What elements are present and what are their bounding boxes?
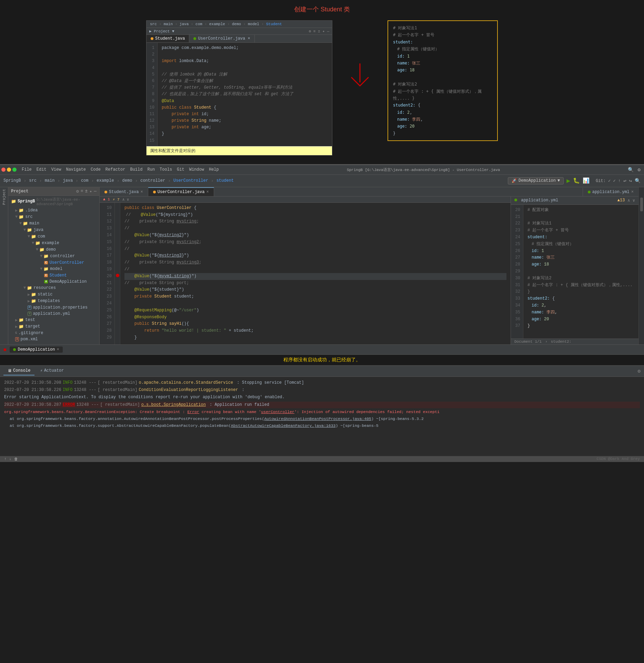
bottom-tab-actuator[interactable]: ⚡ Actuator xyxy=(36,367,68,375)
console-icon: 🖥 xyxy=(8,368,12,373)
tree-item-static[interactable]: ▶📁static xyxy=(8,291,99,298)
menu-tools[interactable]: Tools xyxy=(157,166,174,173)
bottom-tab-console[interactable]: 🖥 Console xyxy=(3,367,34,375)
yaml-code-pane: # 配置对象 # 对象写法1 # 起一个名字 + 冒号 student: # 指… xyxy=(523,205,638,339)
coverage-button[interactable]: 📊 xyxy=(583,177,590,184)
tree-item-model[interactable]: ▼📁model xyxy=(8,266,99,272)
log-line-6: at org.springframework.beans.factory.ann… xyxy=(4,416,640,422)
editor-tab-student[interactable]: Student.java × xyxy=(100,188,148,196)
menu-refactor[interactable]: Refactor xyxy=(103,166,128,173)
right-gutter xyxy=(638,187,644,344)
bottom-settings[interactable]: ⚙ xyxy=(638,368,641,374)
tree-item-target[interactable]: ▶📁target xyxy=(8,323,99,330)
tree-item-src[interactable]: ▼📁src xyxy=(8,214,99,220)
log-line-5: org.springframework.beans.factory.BeanCr… xyxy=(4,409,640,415)
menu-view[interactable]: View xyxy=(49,166,64,173)
code-pane-left: public class UserController { // @Value(… xyxy=(120,203,511,344)
tree-item-controller[interactable]: ▼📁controller xyxy=(8,253,99,260)
tree-item-gitignore[interactable]: G.gitignore xyxy=(8,330,99,336)
run-config-selector[interactable]: 🚀 DemoApplication ▼ xyxy=(508,177,564,184)
tree-item-student[interactable]: CStudent xyxy=(8,272,99,279)
editor-tab-usercontroller[interactable]: UserController.java × xyxy=(148,187,214,196)
ide-settings[interactable]: ⚙ xyxy=(636,167,643,173)
panel-icon-settings[interactable]: ⚙ xyxy=(76,189,79,194)
notice-bar: 程序都没有启动成功，就已经崩了。 xyxy=(0,355,644,365)
tree-item-demoapplication[interactable]: ADemoApplication xyxy=(8,279,99,285)
menu-run[interactable]: Run xyxy=(145,166,157,173)
yaml-editor-content: 202122232425262728293031323334353637 # 配… xyxy=(511,205,638,339)
panel-toolbar: ⚙ ≡ ± ✦ — xyxy=(76,189,97,194)
top-title: 创建一个 Student 类 xyxy=(0,5,644,13)
run-button[interactable]: ▶ xyxy=(566,177,570,184)
gutter-left xyxy=(115,203,120,344)
top-ide-panel: src › main › java › com › example › demo… xyxy=(146,20,332,155)
top-breadcrumb: src › main › java › com › example › demo… xyxy=(147,21,332,28)
top-tab-student[interactable]: Student.java xyxy=(147,35,189,42)
menu-bar: File Edit View Navigate Code Refactor Bu… xyxy=(0,165,644,175)
search-global[interactable]: 🔍 xyxy=(635,178,641,184)
menu-help[interactable]: Help xyxy=(207,166,221,173)
status-clear[interactable]: 🗑 xyxy=(14,457,18,461)
yaml-tab-label[interactable]: application.yml xyxy=(521,198,558,203)
tree-root[interactable]: 📁 SpringB G:\Java语言\java-ee-advanced\Spr… xyxy=(8,196,99,207)
menu-edit[interactable]: Edit xyxy=(34,166,49,173)
arrow-section xyxy=(343,20,377,96)
tree-item-appprops[interactable]: Papplication.properties xyxy=(8,304,99,311)
status-scroll-up[interactable]: ↑ xyxy=(4,457,7,461)
run-config-name: DemoApplication xyxy=(519,178,556,183)
tree-item-templates[interactable]: ▶📁templates xyxy=(8,298,99,304)
yaml-panel-collapse[interactable]: ∧ ∨ xyxy=(627,198,635,203)
breadcrumb-usercontroller: UserController xyxy=(173,178,208,183)
tree-item-main[interactable]: ▼📁main xyxy=(8,220,99,227)
yaml-top-panel: # 对象写法1 # 起一个名字 + 冒号 student: # 指定属性（键值对… xyxy=(388,20,498,141)
breadcrumb-example: example xyxy=(97,178,114,183)
ide-search[interactable]: 🔍 xyxy=(626,167,636,173)
tree-item-demo[interactable]: ▼📁demo xyxy=(8,247,99,253)
tree-item-java[interactable]: ▼📁java xyxy=(8,227,99,233)
bottom-panel: 🖥 Console ⚡ Actuator ⚙ 2022-07-20 21:30:… xyxy=(0,365,644,462)
tree-item-idea[interactable]: ▶📁.idea xyxy=(8,207,99,214)
tree-item-appyml[interactable]: Yapplication.yml xyxy=(8,311,99,317)
tree-item-pomxml[interactable]: Xpom.xml xyxy=(8,336,99,342)
panel-icon-sort[interactable]: ± xyxy=(85,189,88,194)
menu-build[interactable]: Build xyxy=(128,166,145,173)
redo-button[interactable]: ↪ xyxy=(629,178,632,184)
editor-split: ▲ 1 ⚡ 7 ∧ ∨ 1011121314151617181920212223… xyxy=(100,197,638,344)
left-tab-project[interactable]: Project xyxy=(2,189,6,205)
line-numbers-left: 1011121314151617181920212223242526272829 xyxy=(100,203,115,344)
breadcrumb-main: main xyxy=(45,178,55,183)
ide-body: Project Project ⚙ ≡ ± ✦ — 📁 SpringB G:\J… xyxy=(0,187,644,344)
menu-navigate[interactable]: Navigate xyxy=(63,166,88,173)
title-text: SpringB [G:\Java语言\java-ee-advanced\Spri… xyxy=(221,167,626,172)
tree-item-com[interactable]: ▼📁com xyxy=(8,233,99,240)
top-tab-usercontroller[interactable]: UserController.java × xyxy=(189,35,254,42)
tree-item-usercontroller[interactable]: CUserController xyxy=(8,260,99,266)
menu-code[interactable]: Code xyxy=(88,166,103,173)
breadcrumb-controller: controller xyxy=(140,178,165,183)
panel-icon-list[interactable]: ≡ xyxy=(81,189,83,194)
breadcrumb-student: student xyxy=(217,178,234,183)
breadcrumb-src: src xyxy=(29,178,37,183)
top-toolbar: ▶ Project ▼ ⚙ ≡ ± ✦ — xyxy=(147,28,332,35)
actuator-icon: ⚡ xyxy=(40,368,42,373)
run-stop-icon[interactable]: ◼ xyxy=(3,346,6,352)
tree-item-example[interactable]: ▼📁example xyxy=(8,240,99,247)
left-gutter: Project xyxy=(0,187,8,344)
panel-icon-collapse[interactable]: — xyxy=(94,189,97,194)
status-scroll-down[interactable]: ↓ xyxy=(9,457,12,461)
top-code-area: 123456789101112131415 package com.exampl… xyxy=(147,43,332,146)
breadcrumb-demo: demo xyxy=(122,178,132,183)
log-line-7: at org.springframework.beans.factory.sup… xyxy=(4,423,640,429)
editor-tab-appyml[interactable]: application.yml × xyxy=(583,188,638,196)
undo-button[interactable]: ↩ xyxy=(623,178,626,184)
debug-button[interactable]: 🐛 xyxy=(573,177,580,184)
menu-file[interactable]: File xyxy=(19,166,34,173)
tree-item-test[interactable]: ▶📁test xyxy=(8,317,99,323)
menu-git[interactable]: Git xyxy=(174,166,187,173)
menu-window[interactable]: Window xyxy=(187,166,207,173)
run-tab-label[interactable]: DemoApplication × xyxy=(10,346,62,353)
main-ide: File Edit View Navigate Code Refactor Bu… xyxy=(0,165,644,462)
notice-text: 程序都没有启动成功，就已经崩了。 xyxy=(283,357,361,362)
panel-icon-gear[interactable]: ✦ xyxy=(89,189,92,194)
tree-item-resources[interactable]: ▼📁resources xyxy=(8,285,99,291)
